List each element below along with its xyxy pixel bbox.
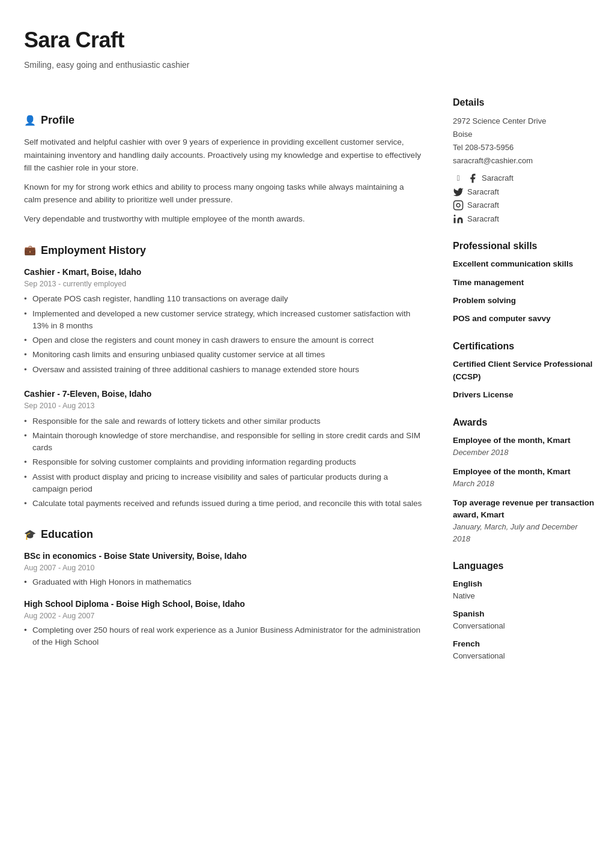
skill-1: Excellent communication skills xyxy=(453,258,597,270)
list-item: Operate POS cash register, handling 110 … xyxy=(24,293,423,305)
skill-3: Problem solving xyxy=(453,295,597,307)
job-2-dates: Sep 2010 - Aug 2013 xyxy=(24,400,423,412)
lang-1: English Native xyxy=(453,578,597,602)
social-facebook:  Saracraft xyxy=(453,172,597,184)
list-item: Responsible for solving customer complai… xyxy=(24,456,423,468)
certifications-section: Certifications Certified Client Service … xyxy=(453,339,597,401)
right-column: Details 2972 Science Center Drive Boise … xyxy=(441,95,615,844)
edu-1: BSc in economics - Boise State Universit… xyxy=(24,550,423,588)
social-instagram: Saracraft xyxy=(453,199,597,211)
profile-section-title: 👤 Profile xyxy=(24,112,423,128)
certifications-title: Certifications xyxy=(453,339,597,354)
job-1: Cashier - Kmart, Boise, Idaho Sep 2013 -… xyxy=(24,266,423,376)
languages-title: Languages xyxy=(453,559,597,573)
resume-page: Sara Craft Smiling, easy going and enthu… xyxy=(0,0,615,868)
profile-para-1: Self motivated and helpful cashier with … xyxy=(24,136,423,175)
employment-section-title: 💼 Employment History xyxy=(24,243,423,259)
job-1-dates: Sep 2013 - currently employed xyxy=(24,279,423,290)
education-section-title: 🎓 Education xyxy=(24,526,423,543)
left-column: 👤 Profile Self motivated and helpful cas… xyxy=(0,95,441,844)
details-address: 2972 Science Center Drive Boise Tel 208-… xyxy=(453,115,597,167)
education-section: 🎓 Education BSc in economics - Boise Sta… xyxy=(24,526,423,648)
job-2: Cashier - 7-Eleven, Boise, Idaho Sep 201… xyxy=(24,388,423,510)
skill-4: POS and computer savvy xyxy=(453,313,597,325)
languages-section: Languages English Native Spanish Convers… xyxy=(453,559,597,662)
profile-icon: 👤 xyxy=(24,113,36,128)
edu-2-bullets: Completing over 250 hours of real work e… xyxy=(24,624,423,649)
list-item: Monitoring cash limits and ensuring unbi… xyxy=(24,349,423,361)
edu-2-dates: Aug 2002 - Aug 2007 xyxy=(24,610,423,622)
details-title: Details xyxy=(453,95,597,110)
award-2: Employee of the month, Kmart March 2018 xyxy=(453,466,597,490)
social-linkedin: Saracraft xyxy=(453,213,597,225)
cert-2: Drivers License xyxy=(453,389,597,401)
profile-section: 👤 Profile Self motivated and helpful cas… xyxy=(24,112,423,226)
linkedin-svg-icon xyxy=(453,214,464,225)
twitter-svg-icon xyxy=(453,187,464,197)
instagram-svg-icon xyxy=(453,200,464,211)
job-1-title: Cashier - Kmart, Boise, Idaho xyxy=(24,266,423,279)
list-item: Oversaw and assisted training of three a… xyxy=(24,364,423,376)
cert-1: Certified Client Service Professional (C… xyxy=(453,358,597,383)
skill-2: Time management xyxy=(453,277,597,289)
job-2-title: Cashier - 7-Eleven, Boise, Idaho xyxy=(24,388,423,400)
profile-para-2: Known for my for strong work ethics and … xyxy=(24,181,423,206)
social-links:  Saracraft Saracraft Saracraft Sa xyxy=(453,172,597,225)
svg-rect-0 xyxy=(454,201,463,210)
edu-2-title: High School Diploma - Boise High School,… xyxy=(24,598,423,610)
awards-title: Awards xyxy=(453,415,597,430)
job-2-bullets: Responsible for the sale and rewards of … xyxy=(24,415,423,510)
details-section: Details 2972 Science Center Drive Boise … xyxy=(453,95,597,225)
award-3: Top average revenue per transaction awar… xyxy=(453,497,597,545)
facebook-icon:  xyxy=(453,173,464,184)
lang-3: French Conversational xyxy=(453,638,597,662)
awards-section: Awards Employee of the month, Kmart Dece… xyxy=(453,415,597,544)
facebook-svg-icon xyxy=(467,173,478,184)
edu-1-title: BSc in economics - Boise State Universit… xyxy=(24,550,423,562)
lang-2: Spanish Conversational xyxy=(453,608,597,632)
skills-title: Professional skills xyxy=(453,239,597,253)
job-1-bullets: Operate POS cash register, handling 110 … xyxy=(24,293,423,376)
resume-header: Sara Craft Smiling, easy going and enthu… xyxy=(0,0,615,71)
list-item: Responsible for the sale and rewards of … xyxy=(24,415,423,427)
employment-icon: 💼 xyxy=(24,243,36,258)
award-1: Employee of the month, Kmart December 20… xyxy=(453,435,597,459)
edu-1-bullets: Graduated with High Honors in mathematic… xyxy=(24,576,423,588)
profile-para-3: Very dependable and trustworthy with mul… xyxy=(24,212,423,226)
candidate-name: Sara Craft xyxy=(24,24,591,56)
skills-section: Professional skills Excellent communicat… xyxy=(453,239,597,325)
list-item: Maintain thorough knowledge of store mer… xyxy=(24,430,423,454)
list-item: Open and close the registers and count m… xyxy=(24,334,423,346)
svg-point-2 xyxy=(454,214,456,216)
candidate-tagline: Smiling, easy going and enthusiastic cas… xyxy=(24,59,591,71)
list-item: Implemented and developed a new customer… xyxy=(24,308,423,333)
edu-1-dates: Aug 2007 - Aug 2010 xyxy=(24,562,423,574)
edu-2: High School Diploma - Boise High School,… xyxy=(24,598,423,648)
list-item: Graduated with High Honors in mathematic… xyxy=(24,576,423,588)
main-layout: 👤 Profile Self motivated and helpful cas… xyxy=(0,71,615,868)
list-item: Assist with product display and pricing … xyxy=(24,471,423,496)
education-icon: 🎓 xyxy=(24,528,36,542)
list-item: Calculate total payments received and re… xyxy=(24,498,423,510)
list-item: Completing over 250 hours of real work e… xyxy=(24,624,423,649)
employment-section: 💼 Employment History Cashier - Kmart, Bo… xyxy=(24,243,423,510)
social-twitter: Saracraft xyxy=(453,186,597,198)
